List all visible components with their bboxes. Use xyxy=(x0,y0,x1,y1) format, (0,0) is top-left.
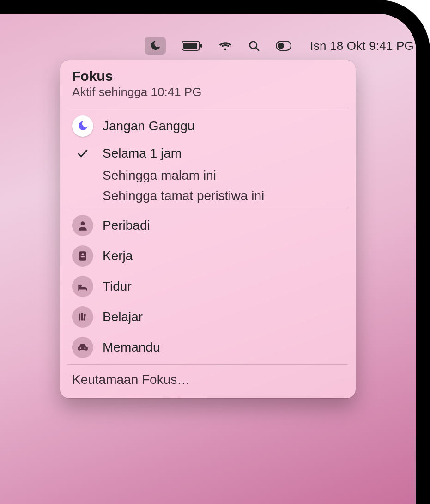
focus-mode-label: Memandu xyxy=(103,340,160,355)
focus-mode-label: Jangan Ganggu xyxy=(103,119,194,134)
person-icon xyxy=(72,215,93,236)
svg-point-7 xyxy=(81,221,85,225)
moon-icon xyxy=(72,115,93,137)
focus-duration-label: Selama 1 jam xyxy=(103,146,182,161)
svg-rect-1 xyxy=(183,43,197,49)
books-icon xyxy=(72,306,93,328)
focus-mode-work[interactable]: Kerja xyxy=(60,241,356,271)
svg-rect-12 xyxy=(79,313,80,320)
focus-duration-label: Sehingga tamat peristiwa ini xyxy=(103,188,264,203)
focus-mode-study[interactable]: Belajar xyxy=(60,302,356,332)
focus-panel-header: Fokus Aktif sehingga 10:41 PG xyxy=(60,67,356,107)
svg-line-4 xyxy=(256,48,260,51)
focus-mode-label: Tidur xyxy=(103,279,132,294)
svg-point-11 xyxy=(79,285,81,287)
svg-rect-2 xyxy=(200,44,202,48)
focus-duration-label: Sehingga malam ini xyxy=(103,168,216,183)
focus-preferences-label: Keutamaan Fokus… xyxy=(72,372,190,387)
car-icon xyxy=(72,337,93,358)
focus-duration-1hour[interactable]: Selama 1 jam xyxy=(60,141,356,165)
svg-point-3 xyxy=(250,42,257,49)
svg-rect-13 xyxy=(81,313,83,320)
svg-rect-14 xyxy=(83,314,86,320)
svg-point-9 xyxy=(82,253,84,255)
bed-icon xyxy=(72,276,93,297)
svg-rect-8 xyxy=(79,251,86,261)
focus-preferences-link[interactable]: Keutamaan Fokus… xyxy=(60,367,356,394)
checkmark-icon xyxy=(72,147,93,159)
badge-icon xyxy=(72,245,93,267)
divider xyxy=(67,109,348,109)
focus-mode-do-not-disturb[interactable]: Jangan Ganggu xyxy=(60,111,356,141)
focus-duration-until-event-ends[interactable]: Sehingga tamat peristiwa ini xyxy=(60,186,356,206)
focus-mode-label: Kerja xyxy=(103,249,133,263)
focus-mode-sleep[interactable]: Tidur xyxy=(60,271,356,302)
focus-menubar-icon[interactable] xyxy=(145,37,166,55)
focus-panel-title: Fokus xyxy=(72,68,344,84)
divider xyxy=(67,208,348,208)
spotlight-icon[interactable] xyxy=(248,40,260,52)
focus-duration-until-evening[interactable]: Sehingga malam ini xyxy=(60,165,356,186)
control-center-icon[interactable] xyxy=(276,41,291,51)
focus-panel-subtitle: Aktif sehingga 10:41 PG xyxy=(72,85,344,99)
svg-rect-10 xyxy=(81,256,85,257)
focus-mode-label: Belajar xyxy=(103,310,143,324)
focus-mode-personal[interactable]: Peribadi xyxy=(60,210,356,241)
focus-dropdown-panel: Fokus Aktif sehingga 10:41 PG Jangan Gan… xyxy=(60,60,356,398)
svg-point-6 xyxy=(278,43,284,49)
menu-bar: Isn 18 Okt 9:41 PG xyxy=(0,35,430,57)
divider xyxy=(67,364,348,365)
wifi-icon[interactable] xyxy=(218,40,232,51)
focus-mode-driving[interactable]: Memandu xyxy=(60,332,356,363)
focus-mode-label: Peribadi xyxy=(103,218,150,233)
menu-bar-datetime[interactable]: Isn 18 Okt 9:41 PG xyxy=(310,39,414,53)
battery-icon[interactable] xyxy=(182,40,203,51)
